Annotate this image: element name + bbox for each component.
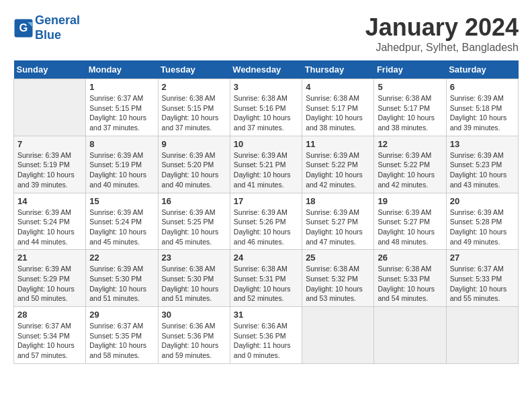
header-cell-friday: Friday: [374, 60, 446, 79]
day-info: Sunrise: 6:39 AM Sunset: 5:21 PM Dayligh…: [234, 150, 298, 190]
day-cell: 26Sunrise: 6:38 AM Sunset: 5:33 PM Dayli…: [374, 250, 446, 307]
day-info: Sunrise: 6:39 AM Sunset: 5:24 PM Dayligh…: [89, 208, 154, 247]
day-info: Sunrise: 6:37 AM Sunset: 5:35 PM Dayligh…: [89, 321, 154, 361]
day-info: Sunrise: 6:38 AM Sunset: 5:32 PM Dayligh…: [306, 264, 370, 304]
day-cell: 7Sunrise: 6:39 AM Sunset: 5:19 PM Daylig…: [14, 136, 86, 193]
day-cell: 31Sunrise: 6:36 AM Sunset: 5:36 PM Dayli…: [230, 307, 302, 364]
week-row-3: 14Sunrise: 6:39 AM Sunset: 5:24 PM Dayli…: [14, 193, 519, 250]
logo: G General Blue: [13, 13, 80, 42]
day-number: 8: [89, 139, 154, 149]
day-number: 7: [17, 139, 82, 149]
day-number: 16: [162, 196, 226, 206]
day-cell: 18Sunrise: 6:39 AM Sunset: 5:27 PM Dayli…: [302, 193, 374, 250]
header-cell-sunday: Sunday: [14, 60, 86, 79]
logo-text: General Blue: [35, 13, 80, 42]
day-info: Sunrise: 6:38 AM Sunset: 5:17 PM Dayligh…: [378, 93, 442, 133]
day-info: Sunrise: 6:39 AM Sunset: 5:18 PM Dayligh…: [450, 93, 515, 133]
day-cell: 27Sunrise: 6:37 AM Sunset: 5:33 PM Dayli…: [446, 250, 518, 307]
day-info: Sunrise: 6:36 AM Sunset: 5:36 PM Dayligh…: [234, 321, 298, 361]
day-cell: 1Sunrise: 6:37 AM Sunset: 5:15 PM Daylig…: [86, 79, 158, 136]
day-cell: 3Sunrise: 6:38 AM Sunset: 5:16 PM Daylig…: [230, 79, 302, 136]
day-number: 6: [450, 82, 515, 92]
day-number: 18: [306, 196, 370, 206]
day-number: 23: [162, 253, 226, 263]
day-number: 11: [306, 139, 370, 149]
svg-text:G: G: [19, 21, 28, 33]
day-cell: 28Sunrise: 6:37 AM Sunset: 5:34 PM Dayli…: [14, 307, 86, 364]
logo-line1: General: [35, 13, 80, 27]
day-info: Sunrise: 6:37 AM Sunset: 5:33 PM Dayligh…: [450, 264, 515, 304]
day-info: Sunrise: 6:38 AM Sunset: 5:15 PM Dayligh…: [162, 93, 226, 133]
day-info: Sunrise: 6:39 AM Sunset: 5:28 PM Dayligh…: [450, 208, 515, 247]
day-info: Sunrise: 6:39 AM Sunset: 5:19 PM Dayligh…: [17, 150, 82, 190]
day-info: Sunrise: 6:39 AM Sunset: 5:27 PM Dayligh…: [306, 208, 370, 247]
day-cell: 2Sunrise: 6:38 AM Sunset: 5:15 PM Daylig…: [158, 79, 230, 136]
day-number: 17: [234, 196, 298, 206]
day-cell: 24Sunrise: 6:38 AM Sunset: 5:31 PM Dayli…: [230, 250, 302, 307]
day-cell: 4Sunrise: 6:38 AM Sunset: 5:17 PM Daylig…: [302, 79, 374, 136]
week-row-1: 1Sunrise: 6:37 AM Sunset: 5:15 PM Daylig…: [14, 79, 519, 136]
week-row-4: 21Sunrise: 6:39 AM Sunset: 5:29 PM Dayli…: [14, 250, 519, 307]
week-row-2: 7Sunrise: 6:39 AM Sunset: 5:19 PM Daylig…: [14, 136, 519, 193]
logo-icon: G: [13, 18, 34, 38]
day-number: 19: [378, 196, 442, 206]
day-number: 28: [17, 310, 82, 320]
day-number: 13: [450, 139, 515, 149]
day-cell: 22Sunrise: 6:39 AM Sunset: 5:30 PM Dayli…: [86, 250, 158, 307]
header-cell-wednesday: Wednesday: [230, 60, 302, 79]
header-cell-thursday: Thursday: [302, 60, 374, 79]
day-number: 24: [234, 253, 298, 263]
day-cell: 5Sunrise: 6:38 AM Sunset: 5:17 PM Daylig…: [374, 79, 446, 136]
day-number: 31: [234, 310, 298, 320]
day-cell: [14, 79, 86, 136]
day-number: 5: [378, 82, 442, 92]
day-info: Sunrise: 6:39 AM Sunset: 5:19 PM Dayligh…: [89, 150, 154, 190]
day-number: 27: [450, 253, 515, 263]
day-number: 25: [306, 253, 370, 263]
day-info: Sunrise: 6:39 AM Sunset: 5:20 PM Dayligh…: [162, 150, 226, 190]
day-cell: 30Sunrise: 6:36 AM Sunset: 5:36 PM Dayli…: [158, 307, 230, 364]
day-info: Sunrise: 6:39 AM Sunset: 5:22 PM Dayligh…: [378, 150, 442, 190]
day-info: Sunrise: 6:38 AM Sunset: 5:30 PM Dayligh…: [162, 264, 226, 304]
day-info: Sunrise: 6:38 AM Sunset: 5:17 PM Dayligh…: [306, 93, 370, 133]
day-number: 9: [162, 139, 226, 149]
day-number: 21: [17, 253, 82, 263]
day-info: Sunrise: 6:36 AM Sunset: 5:36 PM Dayligh…: [162, 321, 226, 361]
logo-line2: Blue: [35, 28, 61, 42]
day-number: 14: [17, 196, 82, 206]
day-cell: 12Sunrise: 6:39 AM Sunset: 5:22 PM Dayli…: [374, 136, 446, 193]
day-cell: 19Sunrise: 6:39 AM Sunset: 5:27 PM Dayli…: [374, 193, 446, 250]
day-cell: 17Sunrise: 6:39 AM Sunset: 5:26 PM Dayli…: [230, 193, 302, 250]
day-cell: 13Sunrise: 6:39 AM Sunset: 5:23 PM Dayli…: [446, 136, 518, 193]
day-number: 4: [306, 82, 370, 92]
day-number: 15: [89, 196, 154, 206]
title-section: January 2024 Jahedpur, Sylhet, Banglades…: [365, 13, 519, 54]
calendar-subtitle: Jahedpur, Sylhet, Bangladesh: [365, 42, 519, 54]
header: G General Blue January 2024 Jahedpur, Sy…: [13, 13, 519, 54]
day-cell: 11Sunrise: 6:39 AM Sunset: 5:22 PM Dayli…: [302, 136, 374, 193]
day-info: Sunrise: 6:39 AM Sunset: 5:22 PM Dayligh…: [306, 150, 370, 190]
day-cell: 15Sunrise: 6:39 AM Sunset: 5:24 PM Dayli…: [86, 193, 158, 250]
calendar-table: SundayMondayTuesdayWednesdayThursdayFrid…: [13, 60, 519, 364]
header-row: SundayMondayTuesdayWednesdayThursdayFrid…: [14, 60, 519, 79]
day-info: Sunrise: 6:38 AM Sunset: 5:33 PM Dayligh…: [378, 264, 442, 304]
day-info: Sunrise: 6:39 AM Sunset: 5:24 PM Dayligh…: [17, 208, 82, 247]
day-info: Sunrise: 6:39 AM Sunset: 5:26 PM Dayligh…: [234, 208, 298, 247]
day-cell: 10Sunrise: 6:39 AM Sunset: 5:21 PM Dayli…: [230, 136, 302, 193]
day-number: 29: [89, 310, 154, 320]
day-number: 30: [162, 310, 226, 320]
day-cell: [374, 307, 446, 364]
day-cell: 8Sunrise: 6:39 AM Sunset: 5:19 PM Daylig…: [86, 136, 158, 193]
day-number: 1: [89, 82, 154, 92]
day-cell: 23Sunrise: 6:38 AM Sunset: 5:30 PM Dayli…: [158, 250, 230, 307]
day-cell: 20Sunrise: 6:39 AM Sunset: 5:28 PM Dayli…: [446, 193, 518, 250]
header-cell-monday: Monday: [86, 60, 158, 79]
day-cell: [302, 307, 374, 364]
day-cell: 6Sunrise: 6:39 AM Sunset: 5:18 PM Daylig…: [446, 79, 518, 136]
week-row-5: 28Sunrise: 6:37 AM Sunset: 5:34 PM Dayli…: [14, 307, 519, 364]
day-number: 20: [450, 196, 515, 206]
header-cell-saturday: Saturday: [446, 60, 518, 79]
day-info: Sunrise: 6:37 AM Sunset: 5:34 PM Dayligh…: [17, 321, 82, 361]
header-cell-tuesday: Tuesday: [158, 60, 230, 79]
day-info: Sunrise: 6:37 AM Sunset: 5:15 PM Dayligh…: [89, 93, 154, 133]
